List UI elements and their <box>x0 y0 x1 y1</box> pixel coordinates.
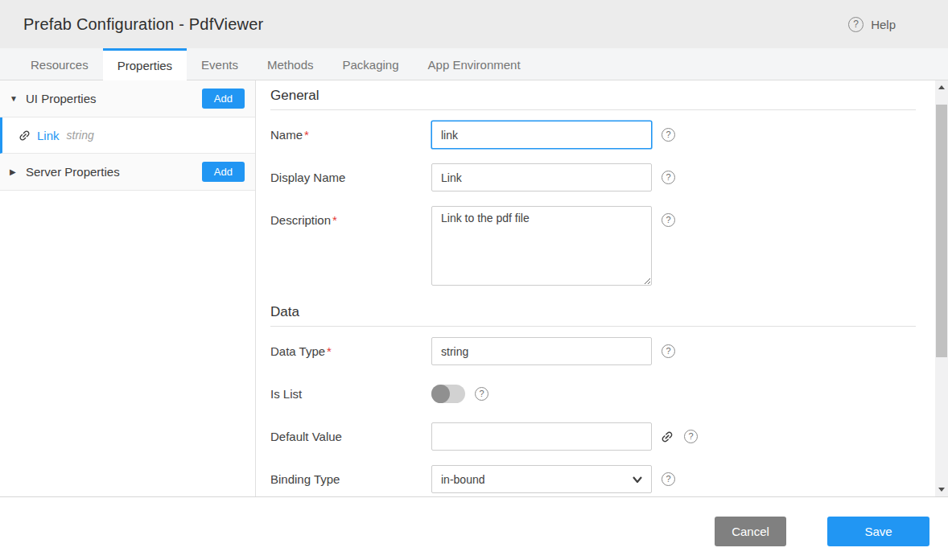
field-row-binding-type: Binding Type in-bound ? <box>270 465 916 493</box>
properties-sidebar: ▼ UI Properties Add Link string ▶ Server… <box>0 80 256 496</box>
caret-down-icon[interactable]: ▼ <box>10 94 26 103</box>
section-title-data: Data <box>270 300 916 327</box>
field-row-name: Name* ? <box>270 121 916 149</box>
field-row-description: Description* Link to the pdf file ? <box>270 206 916 286</box>
tab-events[interactable]: Events <box>187 48 253 80</box>
help-icon[interactable]: ? <box>662 472 675 486</box>
required-marker: * <box>327 344 332 358</box>
required-marker: * <box>332 213 337 227</box>
property-datatype: string <box>67 129 94 142</box>
help-icon[interactable]: ? <box>662 213 675 227</box>
triangle-down-icon <box>938 488 945 492</box>
default-value-input[interactable] <box>431 422 652 451</box>
binding-type-value: in-bound <box>441 473 485 486</box>
add-server-property-button[interactable]: Add <box>202 162 245 182</box>
save-button[interactable]: Save <box>827 517 929 546</box>
tab-app-environment[interactable]: App Environment <box>414 48 535 80</box>
scroll-down-button[interactable] <box>935 483 948 496</box>
chevron-down-icon <box>633 476 642 483</box>
tab-packaging[interactable]: Packaging <box>328 48 413 80</box>
prefab-configuration-dialog: Prefab Configuration - PdfViewer ? Help … <box>0 0 948 560</box>
triangle-up-icon <box>938 85 945 89</box>
section-label-server-properties: Server Properties <box>26 165 202 179</box>
description-textarea[interactable]: Link to the pdf file <box>431 206 652 286</box>
field-row-display-name: Display Name ? <box>270 163 916 191</box>
scrollbar <box>935 80 948 496</box>
properties-panel: General Name* ? Display Name <box>256 80 948 496</box>
is-list-label: Is List <box>270 380 431 408</box>
help-icon[interactable]: ? <box>662 344 675 358</box>
property-name: Link <box>37 129 60 142</box>
default-value-label: Default Value <box>270 422 431 451</box>
cancel-button[interactable]: Cancel <box>715 517 786 546</box>
help-icon[interactable]: ? <box>662 171 675 184</box>
help-label: Help <box>871 18 896 31</box>
help-button[interactable]: ? Help <box>848 17 896 32</box>
add-ui-property-button[interactable]: Add <box>202 89 245 109</box>
dialog-title: Prefab Configuration - PdfViewer <box>23 15 848 34</box>
section-label-ui-properties: UI Properties <box>26 92 202 105</box>
sidebar-item-link[interactable]: Link string <box>0 117 255 154</box>
help-icon: ? <box>848 17 864 32</box>
field-row-data-type: Data Type* ? <box>270 337 916 365</box>
display-name-input[interactable] <box>431 163 652 191</box>
dialog-footer: Cancel Save <box>0 496 948 560</box>
field-row-default-value: Default Value ? <box>270 422 916 451</box>
sidebar-section-server-properties[interactable]: ▶ Server Properties Add <box>0 154 255 191</box>
is-list-toggle[interactable] <box>431 385 465 403</box>
name-label: Name* <box>270 121 431 149</box>
tab-properties[interactable]: Properties <box>103 48 187 80</box>
display-name-label: Display Name <box>270 163 431 191</box>
scroll-up-button[interactable] <box>935 80 948 94</box>
data-type-input[interactable] <box>431 337 652 365</box>
help-icon[interactable]: ? <box>684 430 698 443</box>
dialog-header: Prefab Configuration - PdfViewer ? Help <box>0 0 948 48</box>
caret-right-icon[interactable]: ▶ <box>10 167 26 176</box>
link-icon <box>14 126 34 145</box>
help-icon[interactable]: ? <box>475 387 488 401</box>
field-row-is-list: Is List ? <box>270 380 916 408</box>
bind-property-link-icon[interactable] <box>657 426 677 447</box>
tab-resources[interactable]: Resources <box>16 48 103 80</box>
tab-methods[interactable]: Methods <box>253 48 328 80</box>
description-label: Description* <box>270 206 431 234</box>
sidebar-section-ui-properties[interactable]: ▼ UI Properties Add <box>0 80 255 117</box>
toggle-knob <box>431 385 450 403</box>
property-form: General Name* ? Display Name <box>256 80 935 496</box>
help-icon[interactable]: ? <box>662 128 675 142</box>
section-title-general: General <box>270 84 916 110</box>
binding-type-select[interactable]: in-bound <box>431 465 652 493</box>
tab-bar: Resources Properties Events Methods Pack… <box>0 48 948 80</box>
binding-type-label: Binding Type <box>270 465 431 493</box>
dialog-body: ▼ UI Properties Add Link string ▶ Server… <box>0 80 948 496</box>
required-marker: * <box>304 128 309 142</box>
name-input[interactable] <box>431 121 652 149</box>
scrollbar-thumb[interactable] <box>936 105 947 357</box>
data-type-label: Data Type* <box>270 337 431 365</box>
